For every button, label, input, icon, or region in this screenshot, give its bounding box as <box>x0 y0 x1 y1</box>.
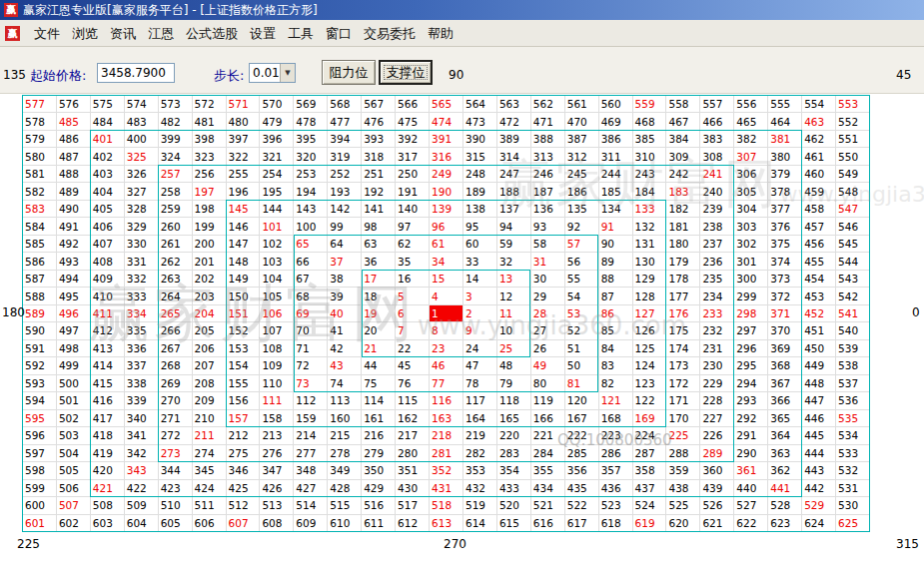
grid-cell[interactable]: 532 <box>836 462 870 479</box>
grid-cell[interactable]: 512 <box>227 497 261 514</box>
grid-cell[interactable]: 155 <box>227 375 261 392</box>
grid-cell[interactable]: 238 <box>700 218 734 235</box>
grid-cell[interactable]: 74 <box>328 375 362 392</box>
grid-cell[interactable]: 438 <box>666 480 700 497</box>
grid-cell[interactable]: 42 <box>328 340 362 357</box>
grid-cell[interactable]: 331 <box>125 253 159 270</box>
grid-cell[interactable]: 37 <box>328 253 362 270</box>
menu-item-9[interactable]: 帮助 <box>422 21 460 46</box>
grid-cell[interactable]: 444 <box>802 445 836 462</box>
grid-cell[interactable]: 281 <box>430 445 463 462</box>
grid-cell[interactable]: 509 <box>125 497 159 514</box>
grid-cell[interactable]: 11 <box>497 305 531 322</box>
grid-cell[interactable]: 219 <box>463 427 497 444</box>
grid-cell[interactable]: 243 <box>633 166 667 183</box>
grid-cell[interactable]: 520 <box>497 497 531 514</box>
grid-cell[interactable]: 615 <box>497 515 531 532</box>
grid-cell[interactable]: 130 <box>633 253 667 270</box>
grid-cell[interactable]: 47 <box>463 357 497 374</box>
grid-cell[interactable]: 539 <box>836 340 870 357</box>
grid-cell[interactable]: 34 <box>430 253 463 270</box>
grid-cell[interactable]: 391 <box>430 131 463 148</box>
grid-cell[interactable]: 510 <box>159 497 193 514</box>
grid-cell[interactable]: 78 <box>463 375 497 392</box>
grid-cell[interactable]: 562 <box>531 96 565 113</box>
grid-cell[interactable]: 101 <box>260 218 294 235</box>
support-button[interactable]: 支撑位 <box>379 60 433 85</box>
grid-cell[interactable]: 257 <box>159 166 193 183</box>
grid-cell[interactable]: 294 <box>734 375 768 392</box>
grid-cell[interactable]: 625 <box>836 515 870 532</box>
grid-cell[interactable]: 297 <box>734 322 768 339</box>
grid-cell[interactable]: 333 <box>125 288 159 304</box>
grid-cell[interactable]: 169 <box>633 410 667 427</box>
grid-cell[interactable]: 137 <box>497 201 531 218</box>
grid-cell[interactable]: 161 <box>362 410 396 427</box>
grid-cell[interactable]: 471 <box>531 113 565 130</box>
grid-cell[interactable]: 462 <box>802 131 836 148</box>
grid-cell[interactable]: 131 <box>633 236 667 253</box>
grid-cell[interactable]: 584 <box>23 218 57 235</box>
grid-cell[interactable]: 77 <box>430 375 463 392</box>
grid-cell[interactable]: 125 <box>633 340 667 357</box>
grid-cell[interactable]: 94 <box>497 218 531 235</box>
grid-cell[interactable]: 592 <box>23 357 57 374</box>
grid-cell[interactable]: 98 <box>362 218 396 235</box>
grid-cell[interactable]: 53 <box>565 305 599 322</box>
grid-cell[interactable]: 95 <box>463 218 497 235</box>
grid-cell[interactable]: 293 <box>734 392 768 409</box>
grid-cell[interactable]: 356 <box>565 462 599 479</box>
grid-cell[interactable]: 314 <box>497 148 531 165</box>
grid-cell[interactable]: 164 <box>463 410 497 427</box>
grid-cell[interactable]: 17 <box>362 271 396 288</box>
grid-cell[interactable]: 150 <box>227 288 261 304</box>
grid-cell[interactable]: 522 <box>565 497 599 514</box>
grid-cell[interactable]: 498 <box>57 340 91 357</box>
grid-cell[interactable]: 586 <box>23 253 57 270</box>
grid-cell[interactable]: 422 <box>125 480 159 497</box>
grid-cell[interactable]: 14 <box>463 271 497 288</box>
grid-cell[interactable]: 163 <box>430 410 463 427</box>
grid-cell[interactable]: 425 <box>227 480 261 497</box>
grid-cell[interactable]: 360 <box>700 462 734 479</box>
grid-cell[interactable]: 233 <box>700 305 734 322</box>
grid-cell[interactable]: 62 <box>396 236 430 253</box>
grid-cell[interactable]: 517 <box>396 497 430 514</box>
grid-cell[interactable]: 118 <box>497 392 531 409</box>
grid-cell[interactable]: 222 <box>565 427 599 444</box>
grid-cell[interactable]: 573 <box>159 96 193 113</box>
grid-cell[interactable]: 15 <box>430 271 463 288</box>
grid-cell[interactable]: 159 <box>294 410 328 427</box>
grid-cell[interactable]: 303 <box>734 218 768 235</box>
grid-cell[interactable]: 239 <box>700 201 734 218</box>
grid-cell[interactable]: 124 <box>633 357 667 374</box>
grid-cell[interactable]: 489 <box>57 183 91 200</box>
grid-cell[interactable]: 186 <box>565 183 599 200</box>
grid-cell[interactable]: 342 <box>125 445 159 462</box>
grid-cell[interactable]: 567 <box>362 96 396 113</box>
grid-cell[interactable]: 60 <box>463 236 497 253</box>
grid-cell[interactable]: 423 <box>159 480 193 497</box>
grid-cell[interactable]: 6 <box>396 305 430 322</box>
menu-item-5[interactable]: 设置 <box>244 21 282 46</box>
grid-cell[interactable]: 491 <box>57 218 91 235</box>
grid-cell[interactable]: 300 <box>734 271 768 288</box>
grid-cell[interactable]: 87 <box>599 288 633 304</box>
grid-cell[interactable]: 195 <box>260 183 294 200</box>
grid-cell[interactable]: 258 <box>159 183 193 200</box>
grid-cell[interactable]: 340 <box>125 410 159 427</box>
grid-cell[interactable]: 380 <box>768 148 802 165</box>
grid-cell[interactable]: 171 <box>666 392 700 409</box>
grid-cell[interactable]: 105 <box>260 288 294 304</box>
grid-cell[interactable]: 343 <box>125 462 159 479</box>
grid-cell[interactable]: 83 <box>599 357 633 374</box>
grid-cell[interactable]: 173 <box>666 357 700 374</box>
grid-cell[interactable]: 618 <box>599 515 633 532</box>
grid-cell[interactable]: 516 <box>362 497 396 514</box>
grid-cell[interactable]: 144 <box>260 201 294 218</box>
grid-cell[interactable]: 103 <box>260 253 294 270</box>
grid-cell[interactable]: 69 <box>294 305 328 322</box>
grid-cell[interactable]: 475 <box>396 113 430 130</box>
grid-cell[interactable]: 527 <box>734 497 768 514</box>
grid-cell[interactable]: 579 <box>23 131 57 148</box>
